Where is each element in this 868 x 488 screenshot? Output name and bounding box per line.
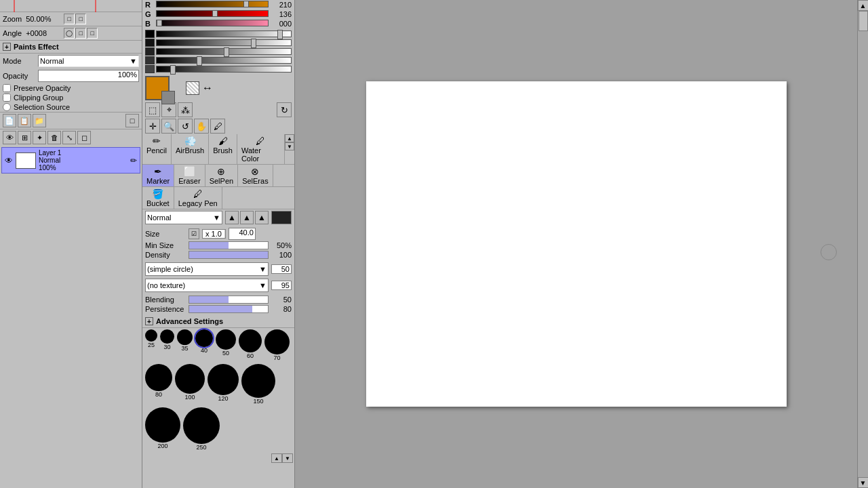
r-slider-track[interactable] [156, 1, 269, 7]
size-check[interactable]: ☑ [189, 228, 199, 239]
layer-fx-btn[interactable]: ✦ [33, 131, 46, 144]
swatch-thumb-5[interactable] [170, 65, 176, 75]
tab-legacypen[interactable]: 🖊 Legacy Pen [174, 187, 222, 209]
layer-item[interactable]: 👁 Layer 1 Normal 100% ✏ [1, 147, 140, 174]
swatch-dk[interactable] [145, 39, 155, 47]
presets-scroll-down[interactable]: ▼ [282, 453, 293, 463]
tab-seleras[interactable]: ⊗ SelEras [238, 165, 273, 186]
hand-tool[interactable]: ✋ [194, 119, 209, 134]
brush-mode-select[interactable]: Normal ▼ [145, 211, 222, 224]
angle-value[interactable]: +0008 [26, 29, 60, 37]
persistence-slider[interactable] [189, 305, 269, 313]
tab-airbrush[interactable]: 💨 AirBrush [172, 134, 209, 164]
r-slider-thumb[interactable] [243, 1, 249, 7]
brush-preset-35[interactable]: 35 [177, 329, 193, 361]
swatch-thumb-1[interactable] [277, 30, 283, 39]
zoom-btn-2[interactable]: □ [75, 14, 86, 24]
brush-preset-50[interactable]: 50 [216, 329, 236, 361]
brush-preset-70[interactable]: 70 [264, 329, 290, 361]
zoom-btn-1[interactable]: □ [64, 14, 75, 24]
swatch-slider-1[interactable] [156, 30, 292, 37]
zoom-value[interactable]: 50.00% [26, 15, 60, 23]
swatch-w[interactable] [145, 65, 155, 73]
tab-pencil[interactable]: ✏ Pencil [142, 134, 172, 164]
selection-source-radio[interactable] [3, 103, 11, 111]
shape-triangle3[interactable]: ▲ [255, 211, 269, 224]
wand-tool[interactable]: ⁂ [178, 102, 193, 117]
b-slider-thumb[interactable] [157, 20, 162, 26]
tab-brush[interactable]: 🖌 Brush [209, 134, 237, 164]
move-tool[interactable]: ✛ [145, 119, 160, 134]
size-multibox[interactable]: x 1.0 [202, 229, 226, 239]
swatch-thumb-4[interactable] [197, 56, 202, 66]
swatch-slider-5[interactable] [156, 66, 292, 73]
shape-triangle2[interactable]: ▲ [240, 211, 254, 224]
new-layer-btn[interactable]: 📄 [3, 114, 16, 127]
g-slider-track[interactable] [156, 10, 269, 17]
g-slider-thumb[interactable] [212, 10, 218, 17]
size-input[interactable]: 40.0 [229, 228, 256, 240]
tab-watercolor[interactable]: 🖊 Water Color [237, 134, 285, 164]
swatch-slider-3[interactable] [156, 48, 292, 55]
brush-preset-25[interactable]: 25 [145, 329, 157, 361]
scroll-thumb[interactable] [859, 11, 868, 31]
color-swap-icon[interactable]: ↔ [202, 82, 213, 94]
zoom-tool[interactable]: 🔍 [161, 119, 176, 134]
canvas[interactable] [366, 81, 787, 407]
brush-preset-60[interactable]: 60 [239, 329, 262, 361]
circle-select[interactable]: (simple circle) ▼ [145, 262, 269, 276]
brush-preset-250[interactable]: 250 [183, 407, 220, 451]
tab-selpen[interactable]: ⊕ SelPen [205, 165, 238, 186]
folder-btn[interactable]: 📁 [33, 114, 46, 127]
b-slider-track[interactable] [156, 20, 269, 26]
presets-scroll-up[interactable]: ▲ [271, 453, 282, 463]
layer-move-btn[interactable]: ⤡ [62, 131, 76, 144]
layer-vis-btn[interactable]: 👁 [3, 131, 16, 144]
eyedropper-tool[interactable]: 🖊 [210, 119, 225, 134]
min-size-slider[interactable] [189, 241, 269, 249]
shape-triangle[interactable]: ▲ [225, 211, 239, 224]
transform-tool[interactable]: ↺ [178, 119, 193, 134]
swatch-slider-4[interactable] [156, 57, 292, 64]
preserve-opacity-check[interactable] [3, 84, 11, 92]
copy-layer-btn[interactable]: 📋 [18, 114, 31, 127]
mode-select[interactable]: Normal ▼ [38, 55, 139, 67]
circle-val[interactable]: 50 [271, 264, 292, 274]
brush-preset-100[interactable]: 100 [175, 364, 205, 405]
tab-bucket[interactable]: 🪣 Bucket [142, 187, 174, 209]
brush-preset-80[interactable]: 80 [145, 364, 172, 405]
clipping-group-check[interactable] [3, 94, 11, 102]
texture-select[interactable]: (no texture) ▼ [145, 279, 269, 292]
angle-btn-3[interactable]: □ [87, 28, 98, 39]
select-rect-tool[interactable]: ⬚ [145, 102, 160, 117]
brush-preset-200[interactable]: 200 [145, 407, 180, 451]
transparent-swatch[interactable] [186, 81, 199, 95]
angle-btn-2[interactable]: □ [75, 28, 86, 39]
advanced-plus-icon[interactable]: + [145, 317, 153, 325]
scroll-track[interactable] [858, 11, 869, 477]
scroll-down-btn[interactable]: ▼ [858, 477, 869, 488]
density-slider[interactable] [189, 251, 269, 259]
opacity-input[interactable]: 100% [38, 70, 139, 82]
layer-extra-btn[interactable]: ◻ [77, 131, 91, 144]
brush-preset-150[interactable]: 150 [241, 364, 275, 405]
swatch-lt[interactable] [145, 56, 155, 64]
secondary-color-swatch[interactable] [161, 91, 175, 104]
tab-marker[interactable]: ✒ Marker [142, 165, 174, 186]
plus-icon[interactable]: + [3, 43, 11, 51]
brush-scroll-down[interactable]: ▼ [285, 142, 294, 150]
swatch-thumb-2[interactable] [251, 39, 256, 48]
swatch-thumb-3[interactable] [224, 47, 229, 57]
layer-square-btn[interactable]: □ [125, 114, 139, 127]
brush-preset-40[interactable]: 40 [195, 329, 213, 361]
swatch-black[interactable] [145, 30, 155, 38]
blending-slider[interactable] [189, 296, 269, 304]
texture-val[interactable]: 95 [271, 281, 292, 290]
layer-merge-btn[interactable]: ⊞ [18, 131, 31, 144]
lasso-tool[interactable]: ⌖ [161, 102, 176, 117]
brush-scroll-up[interactable]: ▲ [285, 134, 294, 142]
scroll-up-btn[interactable]: ▲ [858, 0, 869, 11]
tab-eraser[interactable]: ⬜ Eraser [174, 165, 205, 186]
swatch-slider-2[interactable] [156, 39, 292, 46]
swatch-md[interactable] [145, 47, 155, 56]
